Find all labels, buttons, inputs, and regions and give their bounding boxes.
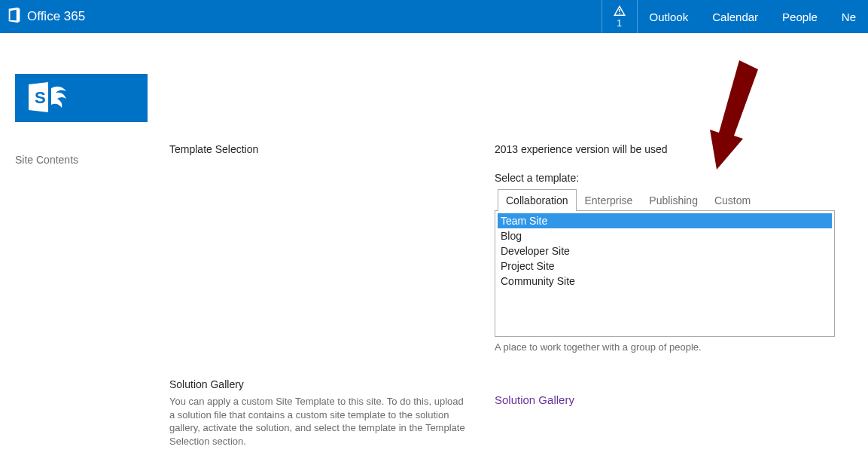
form-column: 2013 experience version will be used Sel… — [495, 143, 868, 467]
site-contents-link[interactable]: Site Contents — [15, 154, 169, 166]
template-tabs: Collaboration Enterprise Publishing Cust… — [498, 188, 868, 210]
svg-text:S: S — [35, 88, 46, 107]
option-label: Blog — [501, 230, 522, 242]
template-description: A place to work together with a group of… — [495, 341, 868, 353]
alert-icon — [614, 5, 626, 18]
content: S Site Contents Template Selection Solut… — [0, 63, 868, 467]
label-column: Template Selection Solution Gallery You … — [169, 143, 495, 467]
main-form: Template Selection Solution Gallery You … — [169, 74, 868, 467]
option-label: Project Site — [501, 260, 555, 272]
option-label: Developer Site — [501, 245, 570, 257]
tab-label: Publishing — [649, 194, 698, 206]
option-label: Community Site — [501, 275, 575, 287]
sharepoint-logo-box[interactable]: S — [15, 74, 148, 122]
nav-label: Ne — [842, 11, 856, 23]
tab-custom[interactable]: Custom — [706, 189, 759, 211]
solution-gallery-link[interactable]: Solution Gallery — [495, 393, 574, 406]
nav-people[interactable]: People — [770, 0, 830, 33]
spacer — [169, 175, 495, 378]
template-option[interactable]: Developer Site — [498, 243, 832, 258]
nav-calendar[interactable]: Calendar — [700, 0, 770, 33]
tab-collaboration[interactable]: Collaboration — [498, 189, 577, 211]
office-icon — [6, 7, 23, 27]
template-option[interactable]: Project Site — [498, 258, 832, 274]
template-listbox[interactable]: Team Site Blog Developer Site Project Si… — [495, 210, 835, 337]
nav-more[interactable]: Ne — [830, 0, 868, 33]
tab-enterprise[interactable]: Enterprise — [577, 189, 641, 211]
template-option[interactable]: Community Site — [498, 274, 832, 289]
nav-label: Outlook — [650, 11, 689, 23]
section-heading: Solution Gallery — [169, 378, 495, 390]
nav-label: People — [782, 11, 818, 23]
option-label: Team Site — [501, 215, 547, 227]
notifications-count: 1 — [617, 18, 622, 29]
experience-version-text: 2013 experience version will be used — [495, 143, 868, 155]
tab-label: Enterprise — [585, 194, 633, 206]
ribbon-bar — [0, 33, 868, 63]
notifications-button[interactable]: 1 — [602, 0, 638, 33]
select-template-label: Select a template: — [495, 172, 868, 184]
section-heading: Template Selection — [169, 143, 495, 155]
nav-outlook[interactable]: Outlook — [638, 0, 701, 33]
template-selection-section: Template Selection — [169, 143, 495, 155]
suite-bar: Office 365 1 Outlook Calendar People Ne — [0, 0, 868, 33]
template-option[interactable]: Team Site — [498, 213, 832, 228]
office365-logo[interactable]: Office 365 — [6, 7, 85, 27]
top-nav: 1 Outlook Calendar People Ne — [602, 0, 868, 33]
solution-gallery-section: Solution Gallery You can apply a custom … — [169, 378, 495, 448]
template-option[interactable]: Blog — [498, 228, 832, 243]
sharepoint-icon: S — [29, 82, 71, 115]
tab-label: Collaboration — [506, 194, 568, 206]
tab-label: Custom — [714, 194, 751, 206]
nav-label: Calendar — [712, 11, 758, 23]
section-helptext: You can apply a custom Site Template to … — [169, 395, 469, 448]
left-sidebar: S Site Contents — [15, 74, 169, 467]
brand-label: Office 365 — [27, 9, 85, 24]
tab-publishing[interactable]: Publishing — [641, 189, 706, 211]
